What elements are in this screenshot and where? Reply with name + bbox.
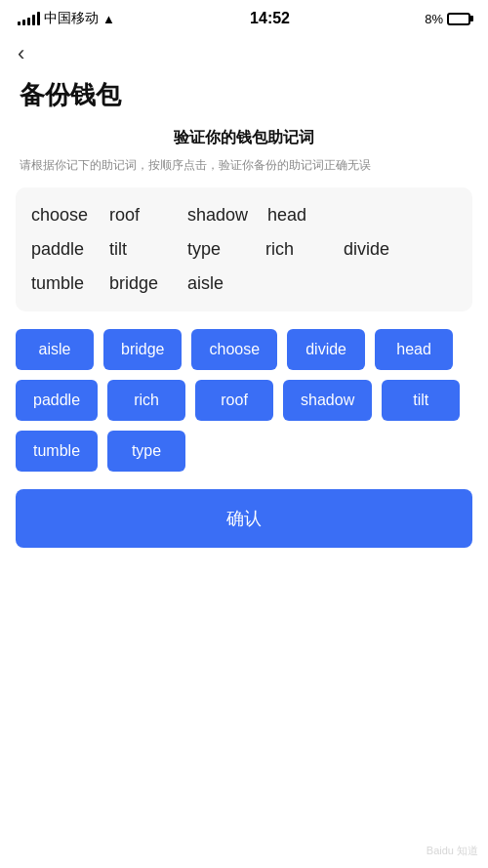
- word-btn-type[interactable]: type: [107, 431, 185, 472]
- word-btn-divide[interactable]: divide: [287, 329, 365, 370]
- word-btn-choose[interactable]: choose: [191, 329, 277, 370]
- signal-icon: [18, 12, 40, 25]
- battery-percent-label: 8%: [425, 12, 443, 26]
- carrier-label: 中国移动: [44, 10, 99, 27]
- watermark: Baidu 知道: [427, 844, 478, 858]
- word-grid-box: choose roof shadow head paddle tilt type…: [16, 187, 472, 311]
- word-roof: roof: [109, 205, 168, 226]
- section-desc: 请根据你记下的助记词，按顺序点击，验证你备份的助记词正确无误: [0, 152, 488, 174]
- word-aisle: aisle: [187, 273, 246, 294]
- word-btn-paddle[interactable]: paddle: [16, 380, 98, 421]
- wifi-icon: ▲: [102, 12, 115, 26]
- confirm-btn-wrap: 确认: [0, 489, 488, 548]
- page-title: 备份钱包: [0, 70, 488, 128]
- word-btn-tumble[interactable]: tumble: [16, 431, 98, 472]
- word-shadow: shadow: [187, 205, 248, 226]
- word-grid-row-3: tumble bridge aisle: [31, 273, 457, 294]
- confirm-button[interactable]: 确认: [16, 489, 472, 548]
- word-choose: choose: [31, 205, 90, 226]
- word-grid-row-2: paddle tilt type rich divide: [31, 239, 457, 260]
- word-rich: rich: [265, 239, 324, 260]
- status-bar: 中国移动 ▲ 14:52 8%: [0, 0, 488, 31]
- battery-icon: [447, 13, 470, 25]
- word-buttons-section: aisle bridge choose divide head paddle r…: [0, 329, 488, 472]
- word-btn-tilt[interactable]: tilt: [382, 380, 460, 421]
- word-type: type: [187, 239, 246, 260]
- word-paddle: paddle: [31, 239, 90, 260]
- section-header: 验证你的钱包助记词: [0, 128, 488, 148]
- status-time: 14:52: [250, 10, 290, 27]
- word-bridge: bridge: [109, 273, 168, 294]
- word-btn-shadow[interactable]: shadow: [283, 380, 372, 421]
- word-btn-roof[interactable]: roof: [195, 380, 273, 421]
- status-right: 8%: [425, 12, 470, 26]
- word-tilt: tilt: [109, 239, 168, 260]
- status-left: 中国移动 ▲: [18, 10, 115, 27]
- word-btn-rich[interactable]: rich: [107, 380, 185, 421]
- word-btn-head[interactable]: head: [375, 329, 453, 370]
- word-head: head: [267, 205, 326, 226]
- section-title: 验证你的钱包助记词: [0, 128, 488, 148]
- word-tumble: tumble: [31, 273, 90, 294]
- back-button[interactable]: ‹: [0, 31, 42, 70]
- word-btn-bridge[interactable]: bridge: [103, 329, 182, 370]
- word-divide: divide: [344, 239, 402, 260]
- word-grid-row-1: choose roof shadow head: [31, 205, 457, 226]
- word-btn-aisle[interactable]: aisle: [16, 329, 94, 370]
